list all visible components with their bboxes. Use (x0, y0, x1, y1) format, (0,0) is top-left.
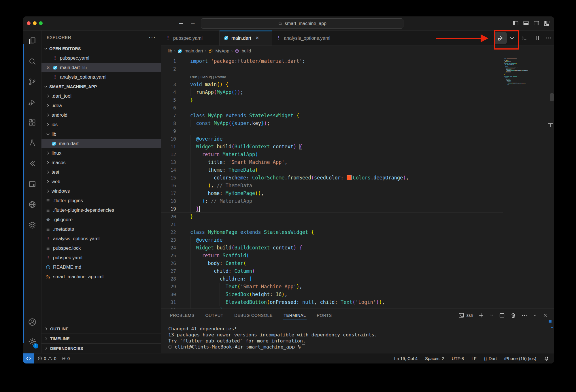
code-line-9[interactable]: 9 (161, 127, 503, 135)
close-editor-icon[interactable]: ✕ (46, 65, 51, 70)
tree-folder-lib[interactable]: lib (41, 129, 161, 139)
tree-file-smart_machine_app.iml[interactable]: smart_machine_app.iml (41, 272, 161, 281)
back-button[interactable]: ← (178, 19, 184, 26)
tree-file-pubspec.lock[interactable]: pubspec.lock (41, 243, 161, 253)
minimap[interactable] (503, 56, 550, 308)
activity-settings[interactable]: 1 (23, 332, 41, 351)
activity-remote-explorer[interactable] (23, 153, 41, 174)
remote-indicator[interactable] (23, 353, 34, 363)
tab-main.dart[interactable]: main.dart✕ (220, 31, 272, 46)
tree-folder-windows[interactable]: windows (41, 186, 161, 196)
tab-analysis_options.yaml[interactable]: !analysis_options.yaml (272, 31, 342, 46)
open-editor-pubspec.yaml[interactable]: !pubspec.yaml (41, 53, 161, 63)
status-notifications[interactable] (544, 356, 549, 361)
tree-folder-macos[interactable]: macos (41, 158, 161, 167)
run-in-terminal-icon[interactable] (521, 35, 528, 41)
tree-file-.metadata[interactable]: .metadata (41, 224, 161, 234)
new-terminal-icon[interactable] (478, 312, 484, 319)
section-dependencies[interactable]: DEPENDENCIES (41, 343, 161, 353)
tree-folder-android[interactable]: android (41, 110, 161, 120)
minimize-window-button[interactable] (33, 21, 37, 25)
code-line-2[interactable]: 2 (161, 65, 503, 73)
tab-pubspec.yaml[interactable]: !pubspec.yaml (161, 31, 220, 46)
code-line-26[interactable]: 26 body: Center( (161, 260, 503, 267)
tree-folder-ios[interactable]: ios (41, 120, 161, 129)
code-line-25[interactable]: 25 return Scaffold( (161, 252, 503, 260)
code-line-13[interactable]: 13 title: 'Smart Machine App', (161, 158, 503, 166)
tree-file-main.dart[interactable]: main.dart (41, 139, 161, 148)
section-outline[interactable]: OUTLINE (41, 324, 161, 334)
problems-status[interactable]: 0 0 (37, 356, 56, 361)
status-flutter-device[interactable]: iPhone (15) (ios) (504, 356, 536, 361)
tree-folder-.idea[interactable]: .idea (41, 101, 161, 110)
tree-folder-test[interactable]: test (41, 167, 161, 177)
code-line-24[interactable]: 24 Widget build(BuildContext context) { (161, 244, 503, 252)
tab-problems[interactable]: PROBLEMS (169, 310, 195, 321)
activity-globe[interactable] (23, 194, 41, 215)
code-line-11[interactable]: 11 Widget build(BuildContext context) { (161, 143, 503, 151)
code-line-10[interactable]: 10 @override (161, 135, 503, 143)
tree-folder-.dart_tool[interactable]: .dart_tool (41, 91, 161, 101)
code-line-30[interactable]: 30 SizedBox(height: 16), (161, 291, 503, 298)
activity-extensions[interactable] (23, 112, 41, 133)
tab-output[interactable]: OUTPUT (205, 310, 224, 321)
ports-status[interactable]: 0 (61, 356, 70, 361)
code-line-18[interactable]: 18 ); // MaterialApp (161, 197, 503, 205)
codelens-row[interactable]: Run | Debug | Profile (161, 73, 503, 81)
code-line-23[interactable]: 23 @override (161, 236, 503, 244)
panel-more-actions-icon[interactable] (521, 312, 528, 319)
tree-folder-web[interactable]: web (41, 177, 161, 186)
tree-folder-linux[interactable]: linux (41, 148, 161, 158)
code-line-6[interactable]: 6 (161, 104, 503, 112)
explorer-more-actions-icon[interactable]: ··· (149, 34, 156, 40)
code-line-22[interactable]: 22class MyHomePage extends StatelessWidg… (161, 228, 503, 236)
close-window-button[interactable] (27, 21, 31, 25)
activity-account[interactable] (23, 312, 41, 332)
tree-file-analysis_options.yaml[interactable]: !analysis_options.yaml (41, 234, 161, 243)
editor-scrollbar[interactable] (550, 93, 554, 101)
terminal-output[interactable]: Changed 41 dependencies! 13 packages hav… (161, 322, 554, 350)
code-line-17[interactable]: 17 home: MyHomePage(), (161, 190, 503, 197)
maximize-panel-icon[interactable] (532, 313, 538, 318)
activity-project-manager[interactable] (23, 174, 41, 194)
code-line-7[interactable]: 7class MyApp extends StatelessWidget { (161, 112, 503, 120)
code-line-27[interactable]: 27 child: Column( (161, 267, 503, 275)
code-line-21[interactable]: 21 (161, 221, 503, 228)
code-line-4[interactable]: 4 runApp(MyApp()); (161, 88, 503, 96)
tree-file-.flutter-plugins[interactable]: .flutter-plugins (41, 196, 161, 205)
split-editor-icon[interactable] (533, 35, 540, 41)
code-line-31[interactable]: 31 ElevatedButton(onPressed: null, child… (161, 298, 503, 306)
project-header[interactable]: SMART_MACHINE_APP (41, 82, 161, 91)
codelens-actions[interactable]: Run | Debug | Profile (190, 75, 226, 79)
activity-run-debug[interactable] (23, 92, 41, 112)
code-line-20[interactable]: 20} (161, 213, 503, 221)
forward-button[interactable]: → (190, 19, 196, 26)
activity-search[interactable] (23, 51, 41, 71)
open-editor-main.dart[interactable]: ✕main.dartlib (41, 63, 161, 72)
status-language-mode[interactable]: {}Dart (484, 356, 497, 361)
activity-source-control[interactable] (23, 71, 41, 92)
layout-sidebar-right-icon[interactable] (533, 20, 540, 26)
tree-file-.gitignore[interactable]: .gitignore (41, 215, 161, 224)
code-editor[interactable]: 1import 'package:flutter/material.dart';… (161, 56, 554, 308)
activity-layers[interactable] (23, 215, 41, 235)
layout-panel-icon[interactable] (523, 20, 529, 26)
status-eol[interactable]: LF (471, 356, 477, 361)
activity-explorer[interactable] (23, 31, 41, 51)
activity-testing[interactable] (23, 133, 41, 153)
status-indentation[interactable]: Spaces: 2 (425, 356, 444, 361)
layout-customize-icon[interactable] (543, 20, 550, 26)
more-actions-icon[interactable] (545, 35, 552, 41)
close-panel-icon[interactable] (543, 313, 548, 318)
code-line-5[interactable]: 5} (161, 96, 503, 104)
tree-file-pubspec.yaml[interactable]: !pubspec.yaml (41, 253, 161, 262)
code-line-15[interactable]: 15 colorScheme: ColorScheme.fromSeed(see… (161, 174, 503, 182)
code-line-32[interactable]: 32 ], (161, 306, 503, 308)
breadcrumb-item-MyApp[interactable]: MyApp (215, 48, 229, 54)
code-line-19[interactable]: 19 } (161, 205, 503, 213)
command-center-search[interactable]: smart_machine_app (201, 18, 403, 29)
tab-terminal[interactable]: TERMINAL (283, 310, 306, 321)
tree-file-.flutter-plugins-dependencies[interactable]: .flutter-plugins-dependencies (41, 205, 161, 215)
open-editor-analysis_options.yaml[interactable]: !analysis_options.yaml (41, 72, 161, 82)
code-line-3[interactable]: 3void main() { (161, 81, 503, 88)
